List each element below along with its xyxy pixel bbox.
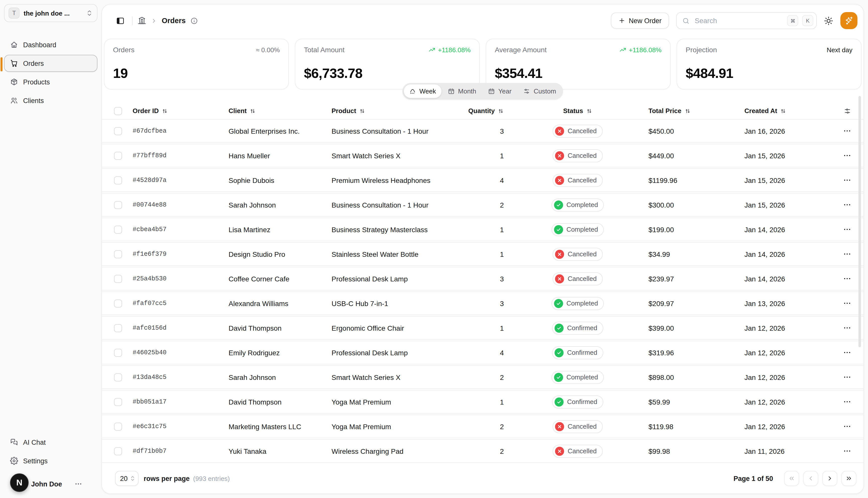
user-menu-ellipsis-icon[interactable] <box>74 480 82 488</box>
cell-total-price: $300.00 <box>639 201 735 209</box>
sidebar-item-dashboard[interactable]: Dashboard <box>4 36 97 53</box>
cell-client: Design Studio Pro <box>222 250 325 258</box>
table-row[interactable]: #13da48c5 Sarah Johnson Smart Watch Seri… <box>102 365 864 389</box>
cell-created-at: Jan 12, 2026 <box>735 324 831 332</box>
row-checkbox[interactable] <box>114 201 122 209</box>
cell-client: Marketing Masters LLC <box>222 422 325 430</box>
table-row[interactable]: #afc0156d David Thompson Ergonomic Offic… <box>102 316 864 340</box>
table-row[interactable]: #faf07cc5 Alexandra Williams USB-C Hub 7… <box>102 291 864 315</box>
stat-card-total-amount: Total Amount +1186.08% $6,733.78 <box>295 39 480 90</box>
sidebar-item-orders[interactable]: Orders <box>4 55 97 72</box>
row-checkbox[interactable] <box>114 225 122 233</box>
cell-client: Alexandra Williams <box>222 299 325 307</box>
row-checkbox[interactable] <box>114 152 122 159</box>
sidebar-item-settings[interactable]: Settings <box>4 452 97 469</box>
user-name: John Doe <box>31 480 62 488</box>
cell-order-id: #67dcfbea <box>126 127 222 134</box>
table-row[interactable]: #cbea4b57 Lisa Martinez Business Strateg… <box>102 218 864 241</box>
row-checkbox[interactable] <box>114 275 122 283</box>
status-badge: Cancelled <box>552 174 603 187</box>
table-row[interactable]: #25a4b530 Coffee Corner Cafe Professiona… <box>102 267 864 290</box>
sidebar-item-clients[interactable]: Clients <box>4 92 97 109</box>
search-box[interactable]: K <box>676 12 817 29</box>
sort-icon[interactable] <box>359 108 365 114</box>
sort-icon[interactable] <box>780 108 786 114</box>
cell-order-id: #00744e88 <box>126 201 222 208</box>
row-actions-ellipsis-icon[interactable] <box>843 324 852 332</box>
row-actions-ellipsis-icon[interactable] <box>843 176 852 184</box>
dev-indicator-badge[interactable]: N <box>10 473 29 492</box>
row-actions-ellipsis-icon[interactable] <box>843 127 852 135</box>
tab-custom[interactable]: Custom <box>518 84 562 98</box>
cell-total-price: $119.98 <box>639 422 735 430</box>
row-checkbox[interactable] <box>114 127 122 135</box>
last-page-button[interactable] <box>841 471 856 486</box>
sort-icon[interactable] <box>586 108 592 114</box>
table-row[interactable]: #df71b0b7 Yuki Tanaka Wireless Charging … <box>102 439 864 463</box>
table-row[interactable]: #77bff89d Hans Mueller Smart Watch Serie… <box>102 144 864 167</box>
row-actions-ellipsis-icon[interactable] <box>843 397 852 406</box>
row-actions-ellipsis-icon[interactable] <box>843 274 852 283</box>
cell-created-at: Jan 12, 2026 <box>735 373 831 381</box>
column-total-price: Total Price <box>649 107 681 115</box>
first-page-button[interactable] <box>784 471 799 486</box>
row-checkbox[interactable] <box>114 373 122 381</box>
rows-per-page-select[interactable]: 20 <box>115 471 139 486</box>
theme-toggle-sun-icon[interactable] <box>824 16 833 25</box>
row-actions-ellipsis-icon[interactable] <box>843 447 852 455</box>
select-all-checkbox[interactable] <box>114 107 122 115</box>
row-checkbox[interactable] <box>114 398 122 406</box>
table-row[interactable]: #00744e88 Sarah Johnson Business Consult… <box>102 193 864 217</box>
row-actions-ellipsis-icon[interactable] <box>843 225 852 234</box>
cell-product: Yoga Mat Premium <box>325 398 466 406</box>
sidebar-item-label: Products <box>23 78 50 86</box>
sidebar-toggle-button[interactable] <box>113 14 127 28</box>
cell-total-price: $898.00 <box>639 373 735 381</box>
cart-icon <box>10 59 18 67</box>
row-checkbox[interactable] <box>114 176 122 184</box>
sort-icon[interactable] <box>250 108 256 114</box>
row-checkbox[interactable] <box>114 447 122 455</box>
sort-icon[interactable] <box>498 108 504 114</box>
row-actions-ellipsis-icon[interactable] <box>843 299 852 307</box>
tab-year[interactable]: Year <box>483 84 517 98</box>
row-checkbox[interactable] <box>114 324 122 332</box>
x-icon <box>557 128 562 133</box>
info-icon[interactable] <box>190 17 198 24</box>
ai-assistant-button[interactable] <box>840 12 857 29</box>
row-actions-ellipsis-icon[interactable] <box>843 151 852 160</box>
new-order-button[interactable]: New Order <box>611 13 669 29</box>
row-checkbox[interactable] <box>114 299 122 307</box>
previous-page-button[interactable] <box>803 471 818 486</box>
table-row[interactable]: #e6c31c75 Marketing Masters LLC Yoga Mat… <box>102 415 864 438</box>
table-row[interactable]: #bb051a17 David Thompson Yoga Mat Premiu… <box>102 390 864 414</box>
row-checkbox[interactable] <box>114 349 122 356</box>
row-actions-ellipsis-icon[interactable] <box>843 250 852 258</box>
sidebar-item-label: Settings <box>23 457 48 464</box>
tab-week[interactable]: Week <box>404 84 442 98</box>
column-settings-icon[interactable] <box>844 107 851 114</box>
sidebar-item-products[interactable]: Products <box>4 74 97 90</box>
row-actions-ellipsis-icon[interactable] <box>843 373 852 381</box>
table-row[interactable]: #46025b40 Emily Rodriguez Professional D… <box>102 341 864 364</box>
row-actions-ellipsis-icon[interactable] <box>843 348 852 357</box>
building-icon[interactable] <box>138 16 146 25</box>
row-checkbox[interactable] <box>114 250 122 258</box>
row-checkbox[interactable] <box>114 422 122 430</box>
sort-icon[interactable] <box>684 108 691 114</box>
table-scrollbar[interactable] <box>858 96 861 347</box>
cell-created-at: Jan 12, 2026 <box>735 398 831 406</box>
row-actions-ellipsis-icon[interactable] <box>843 200 852 209</box>
table-row[interactable]: #67dcfbea Global Enterprises Inc. Busine… <box>102 119 864 143</box>
cell-total-price: $199.00 <box>639 225 735 233</box>
workspace-switcher[interactable]: T the john doe ... <box>4 4 97 22</box>
sidebar-item-ai-chat[interactable]: AI Chat <box>4 434 97 451</box>
table-row[interactable]: #f1e6f379 Design Studio Pro Stainless St… <box>102 242 864 266</box>
table-row[interactable]: #4528d97a Sophie Dubois Premium Wireless… <box>102 168 864 192</box>
sort-icon[interactable] <box>162 108 168 114</box>
search-input[interactable] <box>694 16 783 25</box>
stat-card-average-amount: Average Amount +1186.08% $354.41 <box>486 39 671 90</box>
next-page-button[interactable] <box>822 471 837 486</box>
row-actions-ellipsis-icon[interactable] <box>843 422 852 431</box>
tab-month[interactable]: Month <box>442 84 482 98</box>
